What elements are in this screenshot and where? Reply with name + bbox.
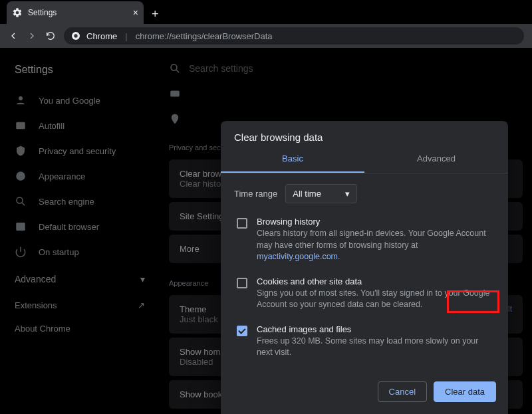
time-range-value: All time bbox=[293, 189, 321, 199]
chevron-down-icon: ▾ bbox=[345, 189, 350, 199]
chrome-icon bbox=[70, 31, 81, 41]
time-range-label: Time range bbox=[234, 189, 277, 199]
time-range-select[interactable]: All time ▾ bbox=[285, 184, 357, 203]
tab-title: Settings bbox=[28, 8, 128, 17]
option-cached-images[interactable]: Cached images and files Frees up 320 MB.… bbox=[221, 318, 508, 365]
myactivity-link[interactable]: myactivity.google.com bbox=[257, 252, 338, 261]
time-range-row: Time range All time ▾ bbox=[221, 173, 508, 210]
forward-button[interactable] bbox=[27, 31, 37, 41]
url-separator: | bbox=[125, 31, 127, 41]
close-icon[interactable]: × bbox=[133, 7, 138, 18]
option-title: Cached images and files bbox=[257, 324, 495, 334]
dialog-title: Clear browsing data bbox=[221, 121, 508, 146]
svg-point-1 bbox=[74, 34, 77, 37]
annotation-highlight bbox=[447, 290, 499, 313]
tab-advanced[interactable]: Advanced bbox=[364, 146, 508, 173]
dialog-tabs: Basic Advanced bbox=[221, 146, 508, 173]
dialog-actions: Cancel Clear data bbox=[221, 365, 508, 413]
checkbox-cached-images[interactable] bbox=[237, 326, 247, 336]
clear-browsing-data-dialog: Clear browsing data Basic Advanced Time … bbox=[221, 121, 508, 414]
tab-strip: Settings × + bbox=[0, 0, 532, 24]
url-path: chrome://settings/clearBrowserData bbox=[136, 31, 273, 41]
clear-data-button[interactable]: Clear data bbox=[434, 381, 496, 402]
modal-scrim: Clear browsing data Basic Advanced Time … bbox=[0, 48, 532, 414]
option-desc: Frees up 320 MB. Some sites may load mor… bbox=[257, 336, 495, 359]
option-title: Browsing history bbox=[257, 217, 495, 227]
gear-icon bbox=[12, 7, 23, 18]
cancel-button[interactable]: Cancel bbox=[378, 381, 427, 402]
tab-basic[interactable]: Basic bbox=[221, 146, 364, 173]
reload-button[interactable] bbox=[45, 31, 56, 41]
checkbox-cookies[interactable] bbox=[237, 278, 247, 288]
back-button[interactable] bbox=[8, 31, 19, 41]
url-bar[interactable]: Chrome | chrome://settings/clearBrowserD… bbox=[64, 27, 524, 45]
checkbox-browsing-history[interactable] bbox=[237, 218, 247, 229]
option-browsing-history[interactable]: Browsing history Clears history from all… bbox=[221, 210, 508, 270]
option-desc: Clears history from all signed-in device… bbox=[257, 228, 495, 263]
option-title: Cookies and other site data bbox=[257, 276, 495, 286]
url-scheme: Chrome bbox=[86, 31, 117, 41]
browser-toolbar: Chrome | chrome://settings/clearBrowserD… bbox=[0, 24, 532, 48]
new-tab-button[interactable]: + bbox=[144, 5, 167, 24]
browser-tab[interactable]: Settings × bbox=[7, 1, 144, 24]
